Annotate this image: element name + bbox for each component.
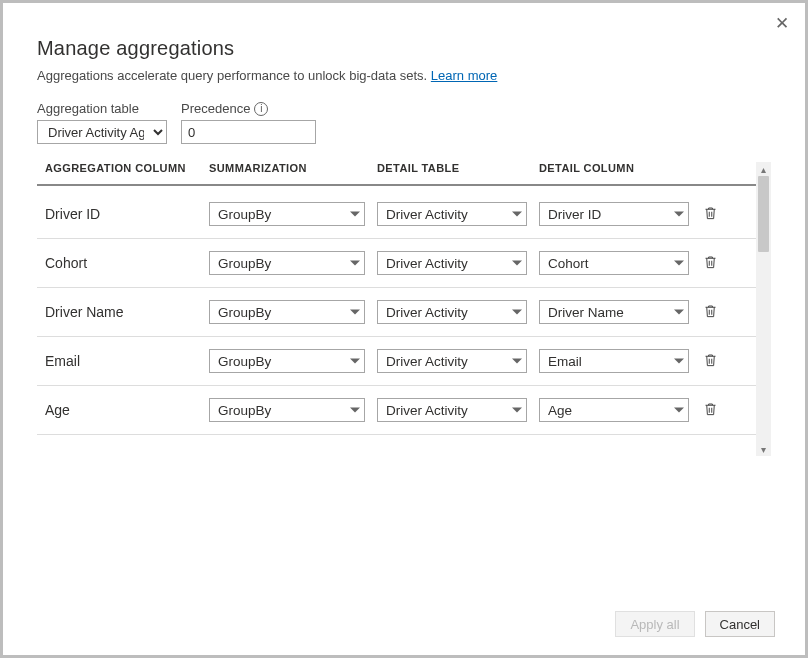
chevron-down-icon: [512, 212, 522, 217]
summarization-dropdown[interactable]: GroupBy: [209, 251, 365, 275]
detail-table-dropdown[interactable]: Driver Activity: [377, 300, 527, 324]
trash-icon: [703, 303, 718, 322]
header-detail-table: DETAIL TABLE: [377, 162, 539, 174]
scroll-up-icon[interactable]: ▴: [756, 162, 771, 176]
aggregation-column-value: Driver ID: [45, 206, 209, 222]
aggregation-column-value: Email: [45, 353, 209, 369]
chevron-down-icon: [674, 408, 684, 413]
aggregation-grid: AGGREGATION COLUMN SUMMARIZATION DETAIL …: [37, 162, 756, 456]
precedence-label: Precedence i: [181, 101, 316, 116]
aggregation-table-select[interactable]: Driver Activity Agg: [37, 120, 167, 144]
summarization-dropdown[interactable]: GroupBy: [209, 398, 365, 422]
delete-row-button[interactable]: [699, 352, 721, 371]
subtitle-text: Aggregations accelerate query performanc…: [37, 68, 431, 83]
dialog-title: Manage aggregations: [37, 37, 771, 60]
grid-scrollbar[interactable]: ▴ ▾: [756, 162, 771, 456]
detail-table-dropdown[interactable]: Driver Activity: [377, 349, 527, 373]
trash-icon: [703, 352, 718, 371]
apply-all-button[interactable]: Apply all: [615, 611, 694, 637]
detail-table-dropdown[interactable]: Driver Activity: [377, 251, 527, 275]
detail-table-dropdown[interactable]: Driver Activity: [377, 202, 527, 226]
summarization-dropdown[interactable]: GroupBy: [209, 202, 365, 226]
chevron-down-icon: [350, 310, 360, 315]
aggregation-table-label: Aggregation table: [37, 101, 167, 116]
close-icon[interactable]: ✕: [775, 15, 789, 32]
chevron-down-icon: [512, 359, 522, 364]
detail-column-dropdown[interactable]: Driver Name: [539, 300, 689, 324]
table-row: EmailGroupByDriver ActivityEmail: [37, 337, 756, 386]
scrollbar-thumb[interactable]: [758, 176, 769, 252]
chevron-down-icon: [512, 408, 522, 413]
detail-column-dropdown[interactable]: Age: [539, 398, 689, 422]
chevron-down-icon: [350, 359, 360, 364]
detail-column-dropdown[interactable]: Cohort: [539, 251, 689, 275]
chevron-down-icon: [674, 359, 684, 364]
controls-row: Aggregation table Driver Activity Agg Pr…: [37, 101, 771, 144]
chevron-down-icon: [512, 310, 522, 315]
chevron-down-icon: [674, 310, 684, 315]
precedence-field: Precedence i: [181, 101, 316, 144]
detail-table-dropdown[interactable]: Driver Activity: [377, 398, 527, 422]
aggregation-grid-wrap: AGGREGATION COLUMN SUMMARIZATION DETAIL …: [37, 162, 771, 456]
delete-row-button[interactable]: [699, 303, 721, 322]
header-aggregation-column: AGGREGATION COLUMN: [45, 162, 209, 174]
scroll-down-icon[interactable]: ▾: [756, 442, 771, 456]
chevron-down-icon: [674, 212, 684, 217]
trash-icon: [703, 254, 718, 273]
info-icon[interactable]: i: [254, 102, 268, 116]
chevron-down-icon: [350, 408, 360, 413]
dialog-footer: Apply all Cancel: [615, 611, 775, 637]
chevron-down-icon: [350, 212, 360, 217]
aggregation-column-value: Driver Name: [45, 304, 209, 320]
delete-row-button[interactable]: [699, 205, 721, 224]
summarization-dropdown[interactable]: GroupBy: [209, 300, 365, 324]
table-row: CohortGroupByDriver ActivityCohort: [37, 239, 756, 288]
chevron-down-icon: [674, 261, 684, 266]
detail-column-dropdown[interactable]: Driver ID: [539, 202, 689, 226]
table-row: Driver IDGroupByDriver ActivityDriver ID: [37, 190, 756, 239]
aggregation-column-value: Age: [45, 402, 209, 418]
delete-row-button[interactable]: [699, 401, 721, 420]
manage-aggregations-dialog: ✕ Manage aggregations Aggregations accel…: [3, 3, 805, 655]
detail-column-dropdown[interactable]: Email: [539, 349, 689, 373]
trash-icon: [703, 401, 718, 420]
learn-more-link[interactable]: Learn more: [431, 68, 497, 83]
header-detail-column: DETAIL COLUMN: [539, 162, 707, 174]
table-row: Driver NameGroupByDriver ActivityDriver …: [37, 288, 756, 337]
chevron-down-icon: [350, 261, 360, 266]
chevron-down-icon: [512, 261, 522, 266]
delete-row-button[interactable]: [699, 254, 721, 273]
trash-icon: [703, 205, 718, 224]
aggregation-table-field: Aggregation table Driver Activity Agg: [37, 101, 167, 144]
header-summarization: SUMMARIZATION: [209, 162, 377, 174]
table-row: AgeGroupByDriver ActivityAge: [37, 386, 756, 435]
grid-header-row: AGGREGATION COLUMN SUMMARIZATION DETAIL …: [37, 162, 756, 186]
aggregation-column-value: Cohort: [45, 255, 209, 271]
precedence-input[interactable]: [181, 120, 316, 144]
dialog-subtitle: Aggregations accelerate query performanc…: [37, 68, 771, 83]
cancel-button[interactable]: Cancel: [705, 611, 775, 637]
summarization-dropdown[interactable]: GroupBy: [209, 349, 365, 373]
